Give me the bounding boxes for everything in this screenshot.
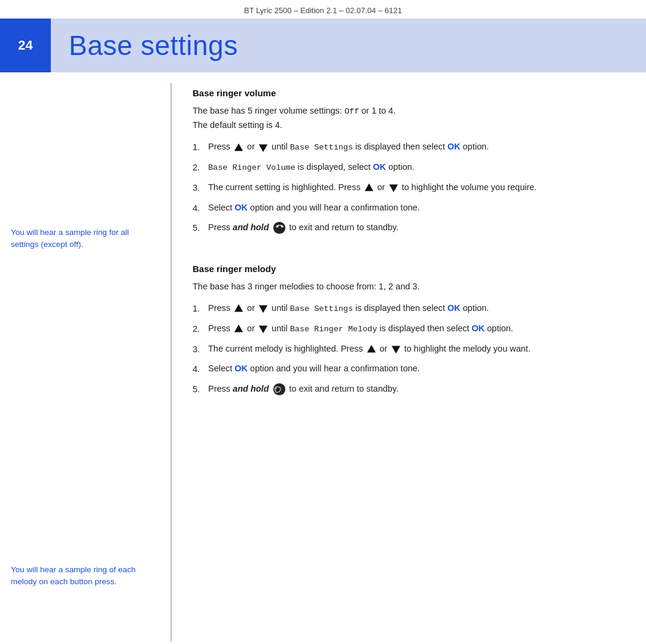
svg-marker-3 [389, 185, 397, 193]
ok-label-m1: OK [447, 303, 461, 313]
section-title-volume: Base ringer volume [193, 88, 622, 98]
ok-label-2: OK [373, 162, 386, 172]
arrow-up-icon-m3 [366, 344, 377, 355]
sidebar-top: You will hear a sample ring for all sett… [11, 83, 157, 251]
content-area: You will hear a sample ring for all sett… [0, 72, 646, 642]
arrow-down-icon-m2 [258, 323, 269, 334]
end-call-icon-1 [273, 221, 286, 234]
section-base-ringer-melody: Base ringer melody The base has 3 ringer… [193, 264, 622, 396]
step-melody-3: 3. The current melody is highlighted. Pr… [193, 342, 622, 356]
svg-marker-8 [259, 326, 267, 334]
step-volume-5: 5. Press and hold to exit and return to … [193, 221, 622, 234]
step-volume-4: 4. Select OK option and you will hear a … [193, 201, 622, 215]
svg-marker-10 [392, 346, 400, 354]
svg-marker-2 [365, 184, 373, 191]
steps-list-melody: 1. Press or until Base Settings is displ… [193, 301, 622, 396]
mono-base-settings-1: Base Settings [290, 143, 353, 152]
ok-label-m2: OK [472, 323, 485, 333]
arrow-down-icon-2 [388, 182, 399, 193]
section-intro-volume: The base has 5 ringer volume settings: O… [193, 104, 622, 132]
sidebar: You will hear a sample ring for all sett… [0, 83, 167, 642]
arrow-down-icon-m3 [391, 344, 401, 355]
and-hold-label-1: and hold [233, 222, 269, 232]
svg-marker-0 [234, 143, 243, 151]
section-title-melody: Base ringer melody [193, 264, 622, 274]
section-base-ringer-volume: Base ringer volume The base has 5 ringer… [193, 88, 622, 235]
volume-settings-mono: Off [345, 107, 359, 116]
sidebar-note-top: You will hear a sample ring for all sett… [11, 221, 157, 251]
step-melody-5: 5. Press and hold to exit and return to … [193, 382, 622, 396]
divider [170, 83, 172, 642]
step-volume-3: 3. The current setting is highlighted. P… [193, 181, 622, 194]
svg-marker-1 [259, 144, 267, 152]
main-content: Base ringer volume The base has 5 ringer… [175, 83, 646, 642]
end-call-icon-2 [273, 383, 286, 396]
page-title: Base settings [51, 19, 238, 72]
step-volume-1: 1. Press or until Base Settings is displ… [193, 140, 622, 154]
ok-label-3: OK [234, 203, 248, 212]
step-volume-2: 2. Base Ringer Volume is displayed, sele… [193, 160, 622, 175]
arrow-up-icon-m1 [233, 303, 244, 314]
and-hold-label-2: and hold [233, 384, 269, 393]
svg-marker-7 [234, 325, 243, 332]
ok-label-m3: OK [234, 364, 248, 373]
svg-marker-5 [234, 304, 243, 312]
sidebar-note-bottom: You will hear a sample ring of each melo… [11, 558, 157, 588]
arrow-down-icon [258, 142, 269, 153]
step-melody-2: 2. Press or until Base Ringer Melody is … [193, 322, 622, 336]
page-header: BT Lyric 2500 – Edition 2.1 – 02.07.04 –… [0, 0, 646, 19]
page-number: 24 [0, 19, 51, 72]
section-divider [193, 253, 622, 264]
svg-marker-9 [367, 345, 376, 353]
mono-base-settings-m1: Base Settings [290, 304, 353, 313]
mono-base-ringer-volume: Base Ringer Volume [208, 163, 295, 172]
header-title: BT Lyric 2500 – Edition 2.1 – 02.07.04 –… [244, 6, 402, 15]
arrow-up-icon-2 [364, 182, 374, 193]
steps-list-volume: 1. Press or until Base Settings is displ… [193, 140, 622, 234]
arrow-up-icon-m2 [233, 323, 244, 334]
step-melody-4: 4. Select OK option and you will hear a … [193, 362, 622, 376]
sidebar-bottom: You will hear a sample ring of each melo… [11, 558, 157, 642]
step-melody-1: 1. Press or until Base Settings is displ… [193, 301, 622, 316]
section-intro-melody: The base has 3 ringer melodies to choose… [193, 280, 622, 293]
svg-point-4 [273, 222, 285, 234]
svg-marker-6 [259, 306, 267, 313]
arrow-up-icon [233, 142, 244, 153]
ok-label-1: OK [447, 142, 461, 151]
mono-base-ringer-melody: Base Ringer Melody [290, 325, 377, 334]
arrow-down-icon-m1 [258, 303, 269, 314]
title-section: 24 Base settings [0, 19, 646, 72]
